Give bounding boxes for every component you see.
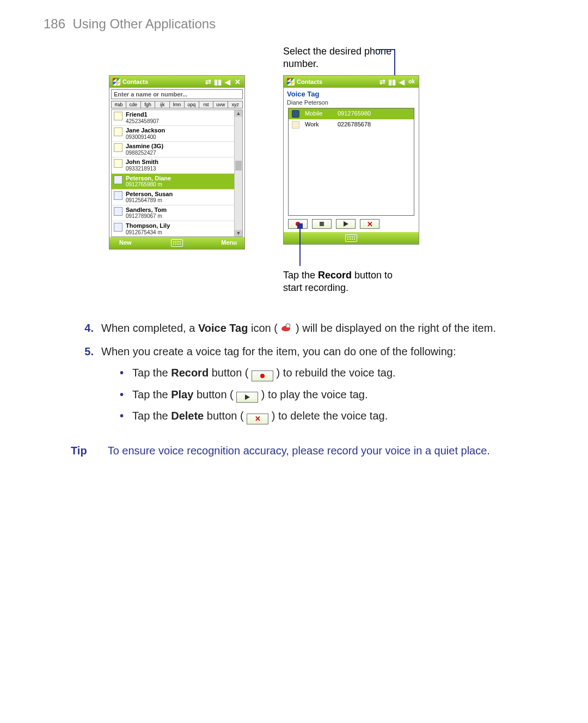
alpha-tab[interactable]: cde (126, 101, 140, 108)
contact-detail: 0933218913 (126, 166, 158, 172)
titlebar: Contacts ⇄ ▮▮ ◀ ok (284, 76, 419, 88)
play-button-inline (236, 392, 258, 403)
contact-name: John Smith (126, 159, 158, 166)
keyboard-icon[interactable] (171, 239, 183, 247)
softkey-new[interactable]: New (119, 239, 132, 246)
contact-name: Peterson, Diane (126, 175, 171, 182)
number-kind: Work (305, 121, 332, 129)
contact-icon (114, 191, 122, 200)
bullet-record: • Tap the Record button ( ) to rebuild t… (120, 365, 544, 381)
record-button-inline (252, 370, 273, 381)
alpha-tab[interactable]: fgh (140, 101, 155, 108)
signal-icon: ▮▮ (388, 78, 396, 86)
scroll-up-icon[interactable]: ▲ (235, 110, 242, 117)
contact-row[interactable]: Jane Jackson0930091400 (112, 126, 234, 142)
contact-detail: 0912765980 m (126, 181, 171, 188)
screenshot-voice-tag: Contacts ⇄ ▮▮ ◀ ok Voice Tag Diane Peter… (283, 75, 419, 245)
tip-text: To ensure voice recognition accuracy, pl… (108, 443, 544, 459)
voice-tag-button-bar: ✕ (288, 219, 414, 229)
contact-icon (114, 175, 122, 184)
contact-row[interactable]: Peterson, Susan0912564789 m (112, 190, 234, 205)
mobile-icon (292, 110, 299, 118)
contact-name: Jane Jackson (126, 127, 165, 134)
step-5: 5. When you create a voice tag for the i… (82, 344, 544, 430)
alpha-tabs[interactable]: #abcdefghijklmnopqrstuvwxyz (111, 101, 243, 108)
contact-detail: 0912564789 m (126, 197, 173, 204)
softkey-menu[interactable]: Menu (221, 239, 237, 246)
contact-row[interactable]: Jasmine (3G)0988252427 (112, 142, 234, 157)
alpha-tab[interactable]: uvw (213, 101, 228, 108)
scroll-down-icon[interactable]: ▼ (235, 230, 242, 236)
contact-row[interactable]: John Smith0933218913 (112, 157, 234, 173)
scrollbar[interactable]: ▲ ▼ (234, 110, 242, 236)
alpha-tab[interactable]: ijk (155, 101, 169, 108)
delete-icon: ✕ (367, 221, 373, 228)
alpha-tab[interactable]: opq (184, 101, 199, 108)
contact-icon (114, 143, 122, 152)
contact-icon (114, 223, 122, 232)
delete-icon: ✕ (255, 415, 261, 422)
phone-number-row[interactable]: Mobile0912765980 (289, 108, 414, 119)
record-icon (260, 374, 265, 378)
search-input[interactable]: Enter a name or number... (111, 89, 243, 99)
keyboard-icon[interactable] (345, 234, 357, 242)
contact-row[interactable]: Friend142523458907 (112, 110, 234, 126)
voice-tag-icon (280, 324, 292, 333)
close-icon[interactable]: ✕ (234, 78, 241, 86)
ok-button[interactable]: ok (408, 78, 415, 86)
page-number: 186 (44, 16, 65, 31)
screenshot-contacts-list: Contacts ⇄ ▮▮ ◀ ✕ Enter a name or number… (109, 75, 245, 250)
stop-icon (320, 222, 324, 226)
step-4: 4. When completed, a Voice Tag icon ( ) … (82, 320, 544, 336)
phone-number-row[interactable]: Work0226785678 (289, 119, 414, 130)
contact-name: Sandlers, Tom (126, 206, 167, 214)
delete-button-inline: ✕ (247, 414, 268, 424)
alpha-tab[interactable]: lmn (169, 101, 184, 108)
callout-line (299, 226, 301, 266)
sync-icon: ⇄ (204, 78, 212, 86)
contact-icon (114, 127, 122, 136)
number-kind: Mobile (305, 110, 332, 118)
softkey-bar: New Menu (109, 237, 244, 249)
contact-row[interactable]: Sandlers, Tom0912789067 m (112, 205, 234, 221)
stop-button[interactable] (312, 219, 332, 229)
contact-detail: 0988252427 (126, 150, 163, 156)
tip-label: Tip (71, 443, 87, 459)
start-icon (287, 78, 295, 86)
contact-name: Jasmine (3G) (126, 143, 163, 150)
callout-record-button: Tap the Record button to start recording… (283, 269, 414, 294)
phone-number-list[interactable]: Mobile0912765980Work0226785678 (288, 108, 414, 216)
scroll-thumb[interactable] (235, 161, 242, 171)
callout-endpoint (297, 223, 303, 229)
contact-detail: 0930091400 (126, 134, 165, 141)
titlebar-title: Contacts (122, 78, 202, 85)
play-button[interactable] (336, 219, 356, 229)
contact-icon (114, 207, 122, 216)
section-title: Using Other Applications (72, 16, 216, 31)
bullet-icon: • (120, 365, 124, 381)
contact-icon (114, 159, 122, 168)
contact-row[interactable]: Peterson, Diane0912765980 m (112, 174, 234, 190)
play-icon (245, 394, 250, 400)
contact-name: Thompson, Lily (126, 222, 170, 229)
bullet-play: • Tap the Play button ( ) to play the vo… (120, 387, 544, 403)
start-icon (113, 78, 120, 86)
work-icon (292, 121, 299, 129)
page-header: 186 Using Other Applications (44, 16, 544, 32)
titlebar-title: Contacts (297, 78, 376, 85)
sync-icon: ⇄ (378, 78, 386, 86)
callout-line (376, 49, 395, 50)
contact-detail: 42523458907 (126, 118, 159, 125)
delete-button[interactable]: ✕ (360, 219, 379, 229)
step-number: 4. (82, 320, 94, 336)
bullet-icon: • (120, 408, 124, 424)
alpha-tab[interactable]: rst (199, 101, 213, 108)
contacts-list[interactable]: Friend142523458907Jane Jackson0930091400… (112, 110, 234, 236)
alpha-tab[interactable]: xyz (228, 101, 243, 108)
voice-tag-person: Diane Peterson (287, 99, 415, 106)
speaker-icon: ◀ (398, 78, 406, 86)
titlebar: Contacts ⇄ ▮▮ ◀ ✕ (109, 76, 244, 88)
contact-row[interactable]: Thompson, Lily0912675434 m (112, 221, 234, 236)
signal-icon: ▮▮ (214, 78, 222, 86)
alpha-tab[interactable]: #ab (111, 101, 126, 108)
